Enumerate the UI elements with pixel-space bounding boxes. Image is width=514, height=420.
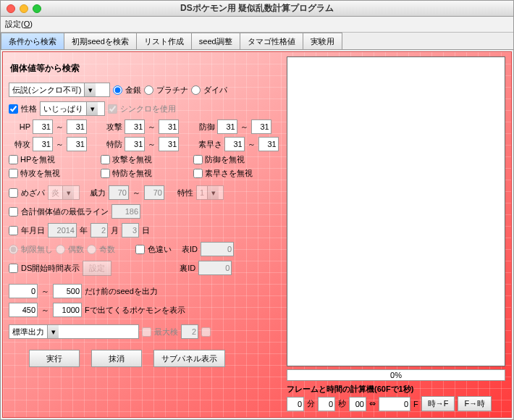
spd-hi[interactable] [159, 137, 179, 151]
panel-heading: 個体値等から検索 [10, 62, 279, 75]
label-synchro: シンクロを使用 [120, 104, 176, 114]
type-select[interactable]: 伝説(シンクロ不可) ▾ [9, 83, 110, 97]
progress-bar: 0% [287, 369, 505, 381]
app-window: DSポケモン用 疑似乱数計算プログラム 設定(O) 条件から検索 初期seedを… [0, 0, 514, 420]
radio-parity-even [56, 245, 65, 254]
seed-range-hi[interactable] [53, 284, 82, 298]
check-hp-type[interactable] [9, 188, 18, 198]
radio-pt[interactable] [144, 85, 153, 95]
menu-settings[interactable]: 設定(O) [5, 19, 33, 30]
frame-calc-title: フレームと時間の計算機(60Fで1秒) [287, 384, 505, 395]
chevron-down-icon: ▾ [86, 102, 98, 115]
check-date[interactable] [9, 226, 18, 235]
def-hi[interactable] [251, 119, 271, 134]
label-dp: ダイパ [203, 85, 227, 96]
stat-grid: HP ～ 攻撃 ～ 防御 ～ 特攻 ～ 特防 ～ 素早さ ～ [9, 119, 281, 151]
check-nature[interactable] [9, 104, 18, 114]
spe-hi[interactable] [258, 137, 279, 151]
hp-power-lo [109, 185, 129, 200]
label-nature: 性格 [21, 104, 37, 114]
check-ignore-atk[interactable] [101, 155, 110, 164]
radio-parity-none [9, 245, 18, 254]
main-panel: 個体値等から検索 伝説(シンクロ不可) ▾ 金銀 プラチナ ダイパ 性格 いじっ… [2, 51, 512, 418]
check-ignore-spe[interactable] [193, 169, 203, 178]
output-textarea[interactable] [287, 56, 505, 366]
hp-hi[interactable] [67, 119, 87, 134]
spa-lo[interactable] [33, 137, 53, 151]
frame-range-hi[interactable] [53, 303, 82, 317]
fc-sub[interactable] [349, 397, 366, 411]
fc-min[interactable] [287, 397, 304, 411]
tab-seed-adjust[interactable]: seed調整 [191, 33, 240, 49]
min-iv-sum-input [111, 204, 140, 219]
check-ds-time[interactable] [9, 264, 18, 273]
tab-bar: 条件から検索 初期seedを検索 リスト作成 seed調整 タマゴ性格値 実験用 [1, 33, 513, 50]
minimize-icon[interactable] [20, 4, 28, 13]
tab-search-initial-seed[interactable]: 初期seedを検索 [64, 33, 137, 49]
subpanel-button[interactable]: サブパネル表示 [153, 350, 225, 367]
check-ignore-spd[interactable] [101, 169, 110, 178]
close-icon[interactable] [7, 4, 15, 13]
radio-parity-odd [87, 245, 96, 254]
chevron-down-icon: ▾ [84, 83, 96, 96]
clear-button[interactable]: 抹消 [91, 350, 142, 367]
zoom-icon[interactable] [33, 4, 41, 13]
radio-gs[interactable] [113, 85, 122, 95]
atk-hi[interactable] [159, 119, 179, 134]
left-panel: 個体値等から検索 伝説(シンクロ不可) ▾ 金銀 プラチナ ダイパ 性格 いじっ… [6, 55, 284, 414]
spd-lo[interactable] [125, 137, 145, 151]
right-panel: 0% フレームと時間の計算機(60Fで1秒) 分 秒 ⇔ F 時→F F→時 [285, 55, 508, 414]
tid-input [201, 242, 234, 256]
frame-range-lo[interactable] [9, 303, 38, 317]
nature-select[interactable]: いじっぱり ▾ [40, 101, 105, 116]
tab-list-create[interactable]: リスト作成 [136, 33, 192, 49]
window-title: DSポケモン用 疑似乱数計算プログラム [5, 2, 509, 14]
ds-time-config-button: 設定 [83, 261, 111, 276]
chevron-down-icon: ▾ [47, 325, 59, 338]
hp-lo[interactable] [33, 119, 53, 134]
label-pt: プラチナ [156, 85, 188, 96]
tab-search-by-condition[interactable]: 条件から検索 [1, 33, 64, 49]
date-day [122, 223, 139, 238]
sid-input [198, 261, 232, 275]
output-mode-select[interactable]: 標準出力 ▾ [9, 324, 139, 339]
run-button[interactable]: 実行 [29, 350, 80, 367]
btn-time-to-frame[interactable]: 時→F [421, 396, 455, 411]
btn-frame-to-time[interactable]: F→時 [458, 396, 492, 411]
fc-frame[interactable] [379, 397, 410, 411]
hp-power-hi [144, 185, 164, 200]
spe-lo[interactable] [224, 137, 245, 151]
radio-dp[interactable] [191, 85, 201, 95]
def-lo[interactable] [217, 119, 237, 134]
check-extra [201, 327, 211, 337]
label-gs: 金銀 [125, 85, 141, 96]
hp-type-select: 炎 ▾ [48, 185, 80, 200]
tab-experimental[interactable]: 実験用 [303, 33, 342, 49]
check-ignore-spa[interactable] [9, 169, 18, 178]
menubar: 設定(O) [1, 17, 513, 33]
date-year [48, 223, 77, 238]
titlebar: DSポケモン用 疑似乱数計算プログラム [1, 1, 513, 17]
fc-sec[interactable] [318, 397, 335, 411]
check-synchro [108, 104, 117, 114]
arrows-icon: ⇔ [369, 399, 376, 408]
date-month [90, 223, 108, 238]
check-min-iv-sum[interactable] [9, 207, 18, 217]
check-ignore-hp[interactable] [9, 155, 18, 164]
spa-hi[interactable] [67, 137, 87, 151]
ignore-grid: HPを無視 攻撃を無視 防御を無視 特攻を無視 特防を無視 素早さを無視 [9, 154, 281, 179]
check-shiny[interactable] [135, 245, 145, 254]
max-out-input [181, 324, 198, 339]
ability-select: 1 ▾ [196, 185, 224, 200]
tab-egg-pid[interactable]: タマゴ性格値 [240, 33, 303, 49]
seed-range-lo[interactable] [9, 284, 38, 298]
atk-lo[interactable] [125, 119, 145, 134]
check-max-out [142, 327, 151, 337]
check-ignore-def[interactable] [193, 155, 203, 164]
